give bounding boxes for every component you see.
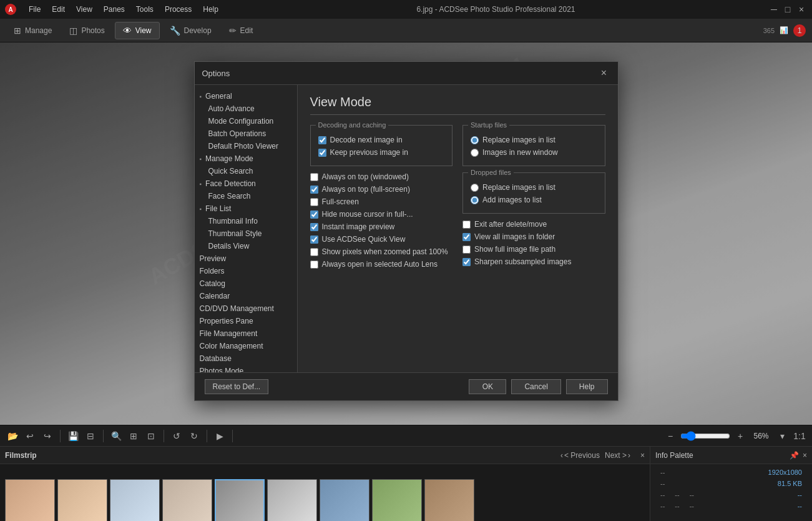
- tree-item-database[interactable]: Database: [195, 352, 297, 365]
- tree-item-thumbnail-style[interactable]: Thumbnail Style: [195, 227, 297, 240]
- exit-after-delete-checkbox[interactable]: [462, 221, 471, 229]
- tree-item-catalog[interactable]: Catalog: [195, 277, 297, 290]
- tree-item-quick-search[interactable]: Quick Search: [195, 165, 297, 177]
- filmstrip-close-button[interactable]: ×: [640, 451, 645, 460]
- keep-prev-checkbox[interactable]: [318, 149, 326, 157]
- zoom-out-small-button[interactable]: −: [663, 429, 678, 444]
- prev-label: < Previous: [564, 451, 600, 460]
- play-button[interactable]: ▶: [212, 429, 227, 444]
- thumb-2[interactable]: [57, 479, 107, 522]
- open-button[interactable]: 📂: [5, 429, 20, 444]
- menu-process[interactable]: Process: [160, 4, 197, 15]
- show-pixels-checkbox[interactable]: [310, 248, 318, 256]
- menu-panes[interactable]: Panes: [99, 4, 130, 15]
- rotate-left-button[interactable]: ↺: [169, 429, 184, 444]
- tree-item-calendar[interactable]: Calendar: [195, 290, 297, 302]
- quick-view-checkbox[interactable]: [310, 236, 318, 244]
- mode-develop[interactable]: 🔧 Develop: [162, 22, 219, 39]
- tree-item-mode-config[interactable]: Mode Configuration: [195, 115, 297, 127]
- cancel-button[interactable]: Cancel: [511, 379, 560, 394]
- menu-file[interactable]: File: [24, 4, 46, 15]
- thumb-1[interactable]: [5, 479, 55, 522]
- save-button[interactable]: 💾: [66, 429, 81, 444]
- menu-bar: File Edit View Panes Tools Process Help: [24, 4, 223, 15]
- tree-item-general[interactable]: ▪General: [195, 90, 297, 102]
- tree-item-folders[interactable]: Folders: [195, 265, 297, 277]
- mode-photos[interactable]: ◫ Photos: [62, 22, 112, 39]
- tree-item-default-viewer[interactable]: Default Photo Viewer: [195, 140, 297, 152]
- dropped-add-radio[interactable]: [471, 196, 479, 204]
- mode-edit[interactable]: ✏ Edit: [222, 22, 261, 39]
- close-button[interactable]: ×: [796, 4, 807, 15]
- thumb-9[interactable]: [424, 479, 474, 522]
- show-full-path-checkbox[interactable]: [462, 246, 471, 254]
- zoom-in-small-button[interactable]: +: [733, 429, 748, 444]
- instant-preview-checkbox[interactable]: [310, 223, 318, 231]
- menu-help[interactable]: Help: [198, 4, 223, 15]
- info-palette-pin-icon[interactable]: 📌: [790, 451, 799, 460]
- dialog-close-button[interactable]: ×: [598, 67, 610, 79]
- help-button[interactable]: Help: [566, 379, 608, 394]
- zoom-dropdown-button[interactable]: ▾: [775, 429, 790, 444]
- zoom-actual-button[interactable]: ⊡: [144, 429, 159, 444]
- fullscreen-checkbox[interactable]: [310, 198, 318, 206]
- mode-view[interactable]: 👁 View: [115, 22, 160, 39]
- minimize-button[interactable]: ─: [768, 4, 780, 15]
- startup-replace-radio[interactable]: [471, 136, 479, 144]
- tree-item-file-management[interactable]: File Management: [195, 327, 297, 340]
- menu-view[interactable]: View: [71, 4, 97, 15]
- tree-item-manage-mode[interactable]: ▪Manage Mode: [195, 152, 297, 165]
- zoom-slider[interactable]: [680, 431, 730, 441]
- always-on-top-fullscreen-checkbox[interactable]: [310, 186, 318, 194]
- menu-edit[interactable]: Edit: [47, 4, 70, 15]
- rotate-right-button[interactable]: ↻: [187, 429, 202, 444]
- auto-lens-checkbox[interactable]: [310, 260, 318, 269]
- mode-manage[interactable]: ⊞ Manage: [6, 22, 59, 39]
- zoom-fit-button[interactable]: ⊞: [126, 429, 141, 444]
- view-all-images-checkbox[interactable]: [462, 233, 471, 241]
- sharpen-subsampled-checkbox[interactable]: [462, 258, 471, 266]
- info-palette-close-icon[interactable]: ×: [803, 451, 807, 460]
- thumb-8[interactable]: [372, 479, 422, 522]
- ok-button[interactable]: OK: [469, 379, 506, 394]
- tree-item-color-management[interactable]: Color Management: [195, 340, 297, 352]
- prev-arrow-icon: ‹: [560, 451, 563, 460]
- zoom-in-button[interactable]: 🔍: [109, 429, 124, 444]
- filmstrip-navigation: ‹ < Previous Next > › ×: [560, 451, 645, 460]
- dropped-replace-radio[interactable]: [471, 184, 479, 192]
- tree-item-auto-advance[interactable]: Auto Advance: [195, 102, 297, 115]
- startup-new-window-radio[interactable]: [471, 149, 479, 157]
- thumb-4[interactable]: [162, 479, 212, 522]
- prev-button[interactable]: ‹ < Previous: [560, 451, 600, 460]
- info-val-3: --: [798, 491, 802, 499]
- menu-tools[interactable]: Tools: [131, 4, 159, 15]
- tree-item-face-search[interactable]: Face Search: [195, 190, 297, 202]
- reset-button[interactable]: Reset to Def...: [205, 379, 269, 394]
- zoom-actual-ratio-button[interactable]: 1:1: [792, 429, 807, 444]
- always-on-top-windowed-checkbox[interactable]: [310, 173, 318, 181]
- thumb-6[interactable]: [267, 479, 317, 522]
- hide-mouse-checkbox[interactable]: [310, 211, 318, 219]
- tree-item-cddvd[interactable]: CD/DVD Management: [195, 302, 297, 315]
- thumb-3[interactable]: [110, 479, 160, 522]
- thumb-5-selected[interactable]: [215, 479, 265, 522]
- redo-button[interactable]: ↪: [40, 429, 55, 444]
- tree-item-face-detection[interactable]: ▪Face Detection: [195, 177, 297, 190]
- next-button[interactable]: Next > ›: [605, 451, 630, 460]
- tree-item-preview[interactable]: Preview: [195, 252, 297, 265]
- undo-button[interactable]: ↩: [22, 429, 37, 444]
- thumb-4-inner: [163, 480, 212, 522]
- tree-item-properties-pane[interactable]: Properties Pane: [195, 315, 297, 327]
- maximize-button[interactable]: □: [782, 4, 793, 15]
- exit-after-delete-row: Exit after delete/move: [462, 220, 605, 229]
- tree-item-details-view[interactable]: Details View: [195, 240, 297, 252]
- tree-item-thumbnail-info[interactable]: Thumbnail Info: [195, 215, 297, 227]
- tree-item-file-list[interactable]: ▪File List: [195, 202, 297, 215]
- tree-item-photos-mode[interactable]: Photos Mode: [195, 365, 297, 372]
- thumb-7[interactable]: [320, 479, 369, 522]
- tree-item-batch-ops[interactable]: Batch Operations: [195, 127, 297, 140]
- decode-next-checkbox[interactable]: [318, 136, 326, 144]
- info-label-4b: --: [675, 502, 679, 510]
- next-arrow-icon: ›: [628, 451, 630, 460]
- view-button[interactable]: ⊟: [83, 429, 98, 444]
